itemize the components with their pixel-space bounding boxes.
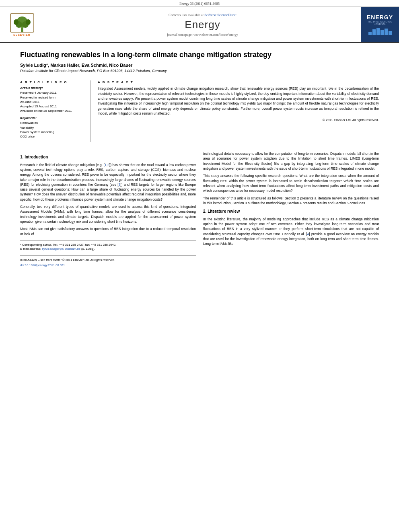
- article-info-heading: A R T I C L E I N F O: [20, 80, 85, 84]
- copyright-notice: © 2011 Elsevier Ltd. All rights reserved…: [98, 118, 379, 122]
- paper-title: Fluctuating renewables in a long-term cl…: [20, 50, 379, 60]
- sciverse-link[interactable]: SciVerse ScienceDirect: [204, 13, 237, 17]
- svg-point-5: [26, 19, 31, 25]
- journal-title-area: Contents lists available at SciVerse Sci…: [44, 7, 361, 42]
- journal-header: ELSEVIER Contents lists available at Sci…: [0, 7, 399, 43]
- section-2-title: 2. Literature review: [203, 209, 379, 215]
- body-section: 1. Introduction Research in the field of…: [20, 147, 379, 268]
- author-email[interactable]: sylvie.ludig@pik-potsdam.de: [42, 247, 80, 251]
- received-date: Received 4 January 2011: [20, 90, 85, 95]
- journal-name: Energy: [185, 18, 220, 31]
- body-para-3: Most IAMs can not give satisfactory answ…: [20, 226, 196, 236]
- body-right-para-1: technological details necessary to allow…: [203, 151, 379, 171]
- body-para-2: Generally, two very different types of q…: [20, 204, 196, 224]
- keywords-label: Keywords:: [20, 116, 85, 120]
- body-left-column: 1. Introduction Research in the field of…: [20, 151, 196, 268]
- energy-journal-logo: ENERGY THE INTERNATIONAL JOURNAL: [364, 14, 396, 35]
- keyword-2: Variability: [20, 125, 85, 130]
- bar-2: [372, 29, 376, 35]
- accepted-date: Accepted 15 August 2011: [20, 104, 85, 109]
- body-right-para-2: This study answers the following specifi…: [203, 173, 379, 193]
- issn-line: 0360-5442/$ – see front matter © 2011 El…: [20, 258, 196, 263]
- keyword-1: Renewables: [20, 121, 85, 125]
- bar-6: [389, 31, 392, 35]
- body-right-column: technological details necessary to allow…: [203, 151, 379, 268]
- elsevier-wordmark: ELSEVIER: [13, 33, 31, 36]
- doi-link[interactable]: doi:10.1016/j.energy.2011.08.021: [20, 263, 65, 267]
- energy-logo-bars-icon: [364, 27, 396, 35]
- received-revised-label: Received in revised form: [20, 95, 85, 100]
- energy-logo-title: ENERGY: [364, 14, 396, 21]
- abstract-column: A B S T R A C T Integrated Assessment mo…: [98, 80, 379, 142]
- bar-3: [376, 28, 380, 35]
- bar-1: [368, 32, 372, 35]
- authors: Sylvie Ludig*, Markus Haller, Eva Schmid…: [20, 63, 379, 68]
- article-info-column: A R T I C L E I N F O Article history: R…: [20, 80, 90, 142]
- paper-content: Fluctuating renewables in a long-term cl…: [0, 43, 399, 275]
- abstract-heading: A B S T R A C T: [98, 80, 379, 84]
- footnote-section: * Corresponding author. Tel.: +49 331 28…: [20, 240, 196, 268]
- ref-4[interactable]: 4: [307, 232, 309, 236]
- body-right-para-3: The remainder of this article is structu…: [203, 196, 379, 206]
- keyword-4: CO2 price: [20, 134, 85, 139]
- received-revised-date: 29 June 2011: [20, 100, 85, 104]
- bar-5: [385, 29, 388, 35]
- article-history-label: Article history:: [20, 86, 85, 90]
- svg-rect-0: [21, 28, 23, 32]
- abstract-text: Integrated Assessment models, widely app…: [98, 86, 379, 116]
- body-right-para-4: In the existing literature, the majority…: [203, 217, 379, 246]
- journal-homepage: journal homepage: www.elsevier.com/locat…: [167, 33, 238, 37]
- body-para-1: Research in the field of climate change …: [20, 162, 196, 202]
- keyword-3: Power system modeling: [20, 130, 85, 134]
- keywords-group: Keywords: Renewables Variability Power s…: [20, 116, 85, 139]
- doi-line: doi:10.1016/j.energy.2011.08.021: [20, 263, 196, 268]
- affiliation: Potsdam Institute for Climate Impact Res…: [20, 69, 379, 73]
- article-history-group: Article history: Received 4 January 2011…: [20, 86, 85, 113]
- article-info-abstract-section: A R T I C L E I N F O Article history: R…: [20, 77, 379, 142]
- ref-1[interactable]: 1,2: [105, 163, 109, 167]
- elsevier-logo-area: ELSEVIER: [0, 7, 44, 42]
- contents-available-text: Contents lists available at SciVerse Sci…: [169, 13, 237, 17]
- available-online: Available online 28 September 2011: [20, 109, 85, 113]
- journal-info-bar: Energy 36 (2011) 6674–6685: [0, 0, 399, 7]
- energy-logo-area: ENERGY THE INTERNATIONAL JOURNAL: [361, 7, 399, 42]
- section-1-title: 1. Introduction: [20, 154, 196, 160]
- bar-4: [380, 30, 384, 35]
- corresponding-author-note: * Corresponding author. Tel.: +49 331 28…: [20, 243, 196, 247]
- journal-citation: Energy 36 (2011) 6674–6685: [179, 2, 220, 6]
- email-footnote: E-mail address: sylvie.ludig@pik-potsdam…: [20, 247, 196, 251]
- elsevier-logo: ELSEVIER: [10, 13, 34, 36]
- elsevier-tree-icon: [10, 13, 34, 33]
- energy-logo-subtitle: THE INTERNATIONAL JOURNAL: [364, 21, 396, 25]
- svg-point-4: [14, 19, 19, 25]
- ref-3[interactable]: 3: [119, 183, 121, 187]
